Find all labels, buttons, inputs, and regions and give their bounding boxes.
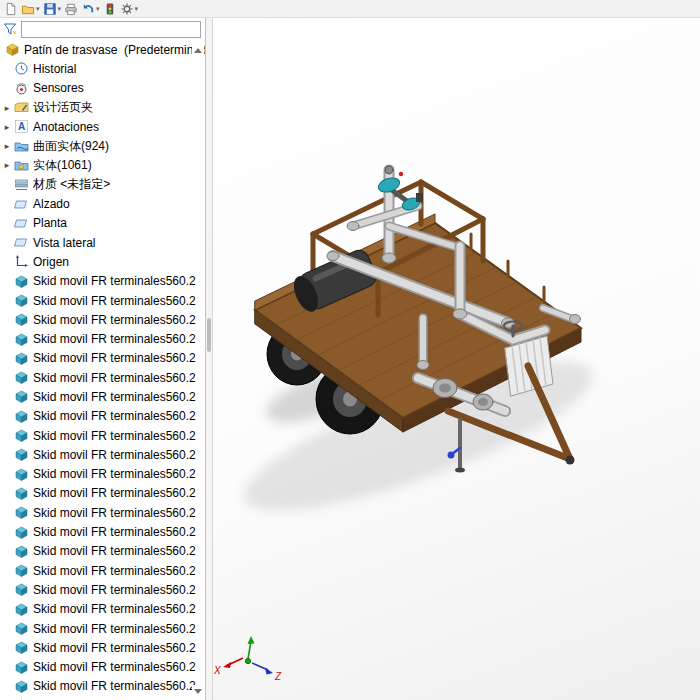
expander-arrow-icon[interactable]: ▸ — [0, 103, 14, 113]
tree-item-label: Skid movil FR terminales560.2 — [33, 467, 196, 481]
print-button[interactable] — [64, 1, 78, 16]
tree-item-label: Vista lateral — [33, 236, 95, 250]
dropdown-caret-icon: ▾ — [135, 5, 139, 13]
tree-item-label: Skid movil FR terminales560.2 — [33, 506, 196, 520]
plane-icon — [14, 216, 29, 231]
tree-item-label: Skid movil FR terminales560.2 — [33, 448, 196, 462]
component-icon — [14, 293, 29, 308]
tree-item[interactable]: Sensores — [0, 79, 205, 98]
tree-item-label: Skid movil FR terminales560.2 — [33, 390, 196, 404]
tree-item[interactable]: Vista lateral — [0, 233, 205, 252]
design-binder-icon — [14, 100, 29, 115]
new-button[interactable] — [4, 1, 18, 16]
tree-item[interactable]: Skid movil FR terminales560.2 — [0, 272, 205, 291]
tree-item[interactable]: Skid movil FR terminales560.2 — [0, 677, 205, 696]
tree-item-label: Skid movil FR terminales560.2 — [33, 371, 196, 385]
tree-item[interactable]: Alzado — [0, 194, 205, 213]
dropdown-caret-icon: ▾ — [96, 5, 100, 13]
tree-item[interactable]: Planta — [0, 214, 205, 233]
tree-item[interactable]: Skid movil FR terminales560.2 — [0, 503, 205, 522]
tree-item[interactable]: Skid movil FR terminales560.2 — [0, 658, 205, 677]
component-icon — [14, 389, 29, 404]
annotations-icon: A — [14, 119, 29, 134]
tree-item[interactable]: Skid movil FR terminales560.2 — [0, 600, 205, 619]
tree-item[interactable]: Skid movil FR terminales560.2 — [0, 484, 205, 503]
save-button[interactable]: ▾ — [43, 1, 62, 16]
expander-arrow-icon[interactable]: ▸ — [0, 122, 14, 132]
triad-x-label: X — [213, 665, 221, 676]
tree-item[interactable]: ▸设计活页夹 — [0, 98, 205, 117]
tree-item-label: Skid movil FR terminales560.2 — [33, 602, 196, 616]
expander-arrow-icon[interactable]: ▸ — [0, 160, 14, 170]
tree-item[interactable]: Skid movil FR terminales560.2 — [0, 291, 205, 310]
tree-item-label: Origen — [33, 255, 69, 269]
dropdown-caret-icon: ▾ — [58, 5, 62, 13]
component-icon — [14, 621, 29, 636]
3d-model-view[interactable]: X Z — [213, 18, 700, 700]
component-icon — [14, 525, 29, 540]
tree-item[interactable]: Skid movil FR terminales560.2 — [0, 696, 205, 700]
tree-item-label: Skid movil FR terminales560.2 — [33, 409, 196, 423]
chevron-down-icon — [194, 689, 202, 694]
tree-item-label: Skid movil FR terminales560.2 — [33, 622, 196, 636]
tree-item[interactable]: Skid movil FR terminales560.2 — [0, 329, 205, 348]
tree-item[interactable]: Skid movil FR terminales560.2 — [0, 349, 205, 368]
tree-item[interactable]: Origen — [0, 252, 205, 271]
tree-item-label: Skid movil FR terminales560.2 — [33, 544, 196, 558]
component-icon — [14, 409, 29, 424]
tree-item-label: Skid movil FR terminales560.2 — [33, 679, 196, 693]
options-button[interactable]: ▾ — [120, 1, 139, 16]
tree-scroll-up-button[interactable] — [192, 44, 204, 56]
filter-funnel-icon[interactable] — [3, 22, 18, 37]
component-icon — [14, 640, 29, 655]
history-icon — [14, 61, 29, 76]
tree-item[interactable]: Skid movil FR terminales560.2 — [0, 426, 205, 445]
feature-tree: Patín de trasvase (Predeterminad Histori… — [0, 40, 205, 700]
tree-item[interactable]: ▸实体(1061) — [0, 156, 205, 175]
tree-item[interactable]: Skid movil FR terminales560.2 — [0, 522, 205, 541]
tree-item-label: Skid movil FR terminales560.2 — [33, 525, 196, 539]
tree-root-label: Patín de trasvase (Predeterminad — [24, 43, 205, 57]
tree-scroll-down-button[interactable] — [192, 685, 204, 697]
tree-item[interactable]: Skid movil FR terminales560.2 — [0, 561, 205, 580]
tree-item-label: Skid movil FR terminales560.2 — [33, 274, 196, 288]
panel-splitter[interactable] — [206, 18, 213, 700]
graphics-viewport[interactable]: X Z — [213, 18, 700, 700]
tree-item[interactable]: Skid movil FR terminales560.2 — [0, 619, 205, 638]
tree-item[interactable]: Skid movil FR terminales560.2 — [0, 387, 205, 406]
undo-button[interactable]: ▾ — [81, 1, 100, 16]
material-icon — [14, 177, 29, 192]
open-button[interactable]: ▾ — [21, 1, 40, 16]
tree-item-label: Skid movil FR terminales560.2 — [33, 564, 196, 578]
tree-item-label: Skid movil FR terminales560.2 — [33, 486, 196, 500]
component-icon — [14, 505, 29, 520]
tree-item-label: 曲面实体(924) — [33, 138, 109, 155]
component-icon — [14, 274, 29, 289]
tree-item[interactable]: Skid movil FR terminales560.2 — [0, 542, 205, 561]
component-icon — [14, 447, 29, 462]
tree-item[interactable]: Skid movil FR terminales560.2 — [0, 580, 205, 599]
chevron-up-icon — [194, 48, 202, 53]
component-icon — [14, 582, 29, 597]
splitter-grip[interactable] — [207, 318, 211, 352]
tree-item[interactable]: Skid movil FR terminales560.2 — [0, 465, 205, 484]
tree-item[interactable]: Skid movil FR terminales560.2 — [0, 638, 205, 657]
tree-item-root[interactable]: Patín de trasvase (Predeterminad — [0, 40, 205, 59]
tree-item[interactable]: ▸AAnotaciones — [0, 117, 205, 136]
tree-item[interactable]: Skid movil FR terminales560.2 — [0, 368, 205, 387]
tree-item[interactable]: Skid movil FR terminales560.2 — [0, 310, 205, 329]
tree-item-label: Sensores — [33, 81, 84, 95]
feature-manager-panel: Patín de trasvase (Predeterminad Histori… — [0, 18, 206, 700]
tree-item[interactable]: ▸曲面实体(924) — [0, 136, 205, 155]
component-icon — [14, 467, 29, 482]
tree-item[interactable]: 材质 <未指定> — [0, 175, 205, 194]
component-icon — [14, 332, 29, 347]
tree-item-label: 材质 <未指定> — [33, 176, 110, 193]
tree-filter-input[interactable] — [21, 21, 201, 38]
tree-item-label: Skid movil FR terminales560.2 — [33, 660, 196, 674]
expander-arrow-icon[interactable]: ▸ — [0, 141, 14, 151]
rebuild-button[interactable] — [103, 1, 117, 16]
tree-item[interactable]: Skid movil FR terminales560.2 — [0, 407, 205, 426]
tree-item[interactable]: Historial — [0, 59, 205, 78]
tree-item[interactable]: Skid movil FR terminales560.2 — [0, 445, 205, 464]
